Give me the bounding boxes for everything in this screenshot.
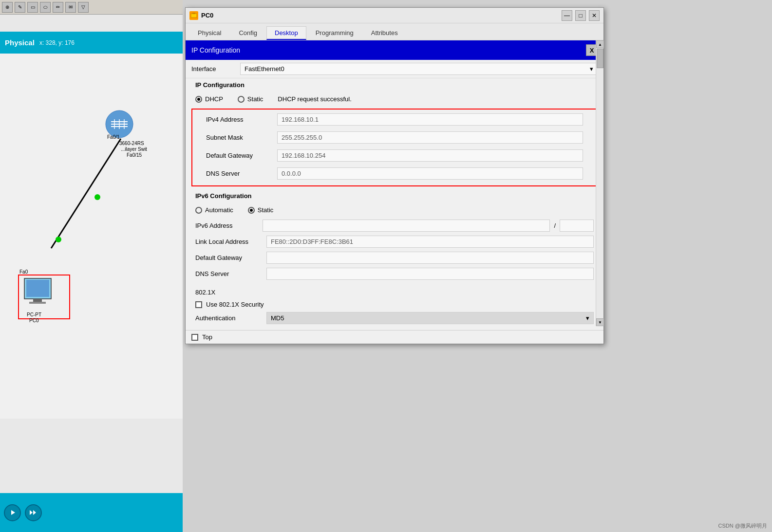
toolbar-icon-5[interactable]: ✏ — [53, 2, 63, 13]
ip-mode-row: DHCP Static DHCP request successful. — [186, 92, 603, 107]
bottom-bar: Top — [186, 330, 603, 344]
link-local-input[interactable] — [266, 236, 594, 248]
canvas-area: ⊕ ✎ ▭ ⬭ ✏ ✉ ▽ Physical x: 328, y: 176 — [0, 0, 183, 532]
tab-attributes[interactable]: Attributes — [363, 26, 406, 40]
dialog-title: PC0 — [201, 12, 559, 19]
subnet-mask-input[interactable] — [277, 131, 583, 144]
dialog-content: IP Configuration X Interface FastEtherne… — [186, 40, 603, 326]
scroll-up-button[interactable]: ▲ — [596, 40, 604, 48]
toolbar-icon-3[interactable]: ▭ — [27, 2, 38, 13]
coords-label: x: 328, y: 176 — [39, 39, 75, 46]
svg-rect-26 — [192, 13, 195, 14]
toolbar-icon-7[interactable]: ▽ — [78, 2, 89, 13]
interface-row: Interface FastEthernet0 ▾ — [186, 60, 603, 78]
svg-marker-24 — [33, 510, 36, 515]
svg-text:3660-24RS: 3660-24RS — [119, 141, 144, 146]
svg-point-1 — [94, 194, 100, 200]
interface-select[interactable]: FastEthernet0 ▾ — [240, 63, 598, 75]
ipv6-auto-label: Automatic — [205, 206, 233, 214]
ipv6-dns-row: DNS Server — [186, 266, 603, 282]
8021x-section-label: 802.1X — [186, 286, 603, 299]
svg-text:Fa0/1: Fa0/1 — [107, 134, 120, 140]
ipv6-static-radio[interactable]: Static — [248, 206, 274, 214]
dialog-window: PC0 — □ ✕ Physical Config Desktop Progra… — [185, 7, 604, 344]
default-gateway-input[interactable] — [277, 149, 583, 162]
tab-programming[interactable]: Programming — [307, 26, 362, 40]
svg-line-0 — [51, 139, 121, 248]
static-label: Static — [247, 95, 264, 103]
physical-bar: Physical x: 328, y: 176 — [0, 32, 183, 54]
ipv6-prefix-input[interactable] — [560, 220, 594, 232]
top-toolbar: ⊕ ✎ ▭ ⬭ ✏ ✉ ▽ — [0, 0, 183, 15]
scroll-thumb[interactable] — [597, 49, 603, 68]
ip-config-title: IP Configuration — [191, 46, 240, 54]
toolbar-icon-6[interactable]: ✉ — [65, 2, 76, 13]
ipv6-dns-input[interactable] — [266, 268, 594, 280]
ipv4-address-row: IPv4 Address — [196, 111, 593, 128]
scrollbar[interactable]: ▲ ▼ — [596, 40, 603, 326]
static-radio-circle — [238, 96, 245, 103]
ipv4-section-label: IP Configuration — [186, 78, 603, 92]
network-canvas: Fa0/1 3660-24RS ...ilayer Swit Fa0/15 PC… — [0, 54, 183, 419]
interface-dropdown-arrow: ▾ — [590, 65, 593, 73]
ipv6-address-input[interactable] — [263, 220, 550, 232]
ipv6-static-radio-circle — [248, 207, 255, 214]
ipv4-fields-group: IPv4 Address Subnet Mask Default Gateway… — [191, 109, 598, 186]
top-checkbox[interactable] — [191, 334, 198, 341]
svg-text:Fa0/15: Fa0/15 — [127, 152, 142, 158]
auth-row: Authentication MD5 ▾ — [186, 310, 603, 326]
security-checkbox-row: Use 802.1X Security — [186, 299, 603, 310]
subnet-mask-label: Subnet Mask — [206, 134, 269, 141]
security-checkbox[interactable] — [195, 301, 202, 308]
dialog-titlebar: PC0 — □ ✕ — [186, 8, 603, 23]
scroll-down-button[interactable]: ▼ — [596, 318, 604, 326]
ipv6-slash: / — [554, 222, 556, 229]
maximize-button[interactable]: □ — [575, 10, 586, 21]
play-button[interactable] — [4, 504, 21, 521]
ipv6-address-row: IPv6 Address / — [186, 218, 603, 234]
tab-physical[interactable]: Physical — [189, 26, 229, 40]
ipv6-auto-radio[interactable]: Automatic — [195, 206, 233, 214]
toolbar-icon-4[interactable]: ⬭ — [40, 2, 51, 13]
auth-label: Authentication — [195, 314, 259, 322]
link-local-label: Link Local Address — [195, 238, 259, 245]
svg-marker-23 — [30, 510, 33, 515]
title-icon — [189, 11, 198, 20]
fast-forward-button[interactable] — [25, 504, 42, 521]
network-svg: Fa0/1 3660-24RS ...ilayer Swit Fa0/15 PC… — [0, 54, 183, 419]
tab-desktop[interactable]: Desktop — [266, 26, 306, 40]
svg-text:PC-PT: PC-PT — [27, 312, 41, 317]
svg-rect-17 — [33, 299, 42, 302]
tab-config[interactable]: Config — [230, 26, 265, 40]
auth-select[interactable]: MD5 ▾ — [266, 312, 594, 324]
dhcp-radio[interactable]: DHCP — [195, 95, 223, 103]
toolbar-icon-2[interactable]: ✎ — [15, 2, 25, 13]
dhcp-label: DHCP — [205, 95, 223, 103]
ip-config-header: IP Configuration X — [186, 40, 603, 60]
ipv6-gateway-input[interactable] — [266, 252, 594, 264]
interface-value: FastEthernet0 — [245, 65, 284, 73]
ipv6-gateway-row: Default Gateway — [186, 250, 603, 266]
svg-text:...ilayer Swit: ...ilayer Swit — [121, 147, 147, 152]
ipv4-address-label: IPv4 Address — [206, 116, 269, 123]
toolbar-icon-1[interactable]: ⊕ — [2, 2, 13, 13]
subnet-mask-row: Subnet Mask — [196, 129, 593, 146]
dhcp-radio-circle — [195, 96, 202, 103]
dns-server-row: DNS Server — [196, 165, 593, 182]
dialog-tabs: Physical Config Desktop Programming Attr… — [186, 23, 603, 40]
link-local-row: Link Local Address — [186, 234, 603, 250]
physical-label: Physical — [5, 38, 35, 47]
close-window-button[interactable]: ✕ — [589, 10, 600, 21]
static-radio[interactable]: Static — [238, 95, 264, 103]
top-label: Top — [202, 333, 212, 341]
dns-server-input[interactable] — [277, 167, 583, 180]
ipv4-address-input[interactable] — [277, 113, 583, 126]
minimize-button[interactable]: — — [562, 10, 572, 21]
ipv6-dns-label: DNS Server — [195, 270, 259, 277]
interface-label: Interface — [191, 65, 230, 73]
svg-rect-18 — [29, 302, 46, 304]
svg-point-2 — [56, 237, 61, 242]
default-gateway-row: Default Gateway — [196, 147, 593, 164]
ipv6-auto-radio-circle — [195, 207, 202, 214]
svg-rect-25 — [191, 14, 197, 18]
